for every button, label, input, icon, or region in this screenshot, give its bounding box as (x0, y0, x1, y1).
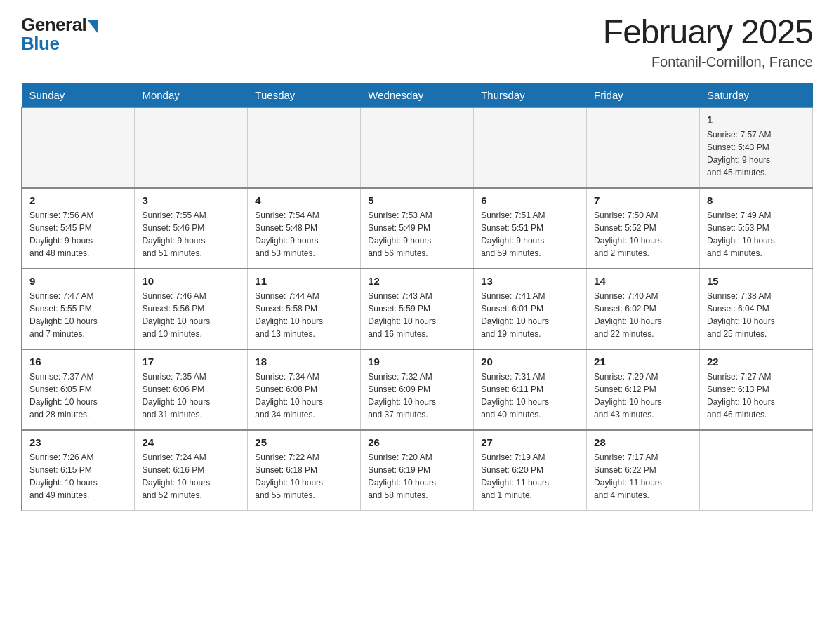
calendar-cell: 7Sunrise: 7:50 AM Sunset: 5:52 PM Daylig… (587, 188, 700, 269)
calendar-body: 1Sunrise: 7:57 AM Sunset: 5:43 PM Daylig… (22, 107, 813, 511)
calendar-cell: 27Sunrise: 7:19 AM Sunset: 6:20 PM Dayli… (474, 430, 587, 511)
calendar-cell: 16Sunrise: 7:37 AM Sunset: 6:05 PM Dayli… (22, 349, 135, 430)
col-header-tuesday: Tuesday (248, 83, 361, 107)
day-info: Sunrise: 7:44 AM Sunset: 5:58 PM Dayligh… (255, 290, 353, 340)
calendar-cell: 23Sunrise: 7:26 AM Sunset: 6:15 PM Dayli… (22, 430, 135, 511)
day-number: 19 (368, 356, 466, 368)
day-number: 7 (594, 194, 692, 206)
col-header-monday: Monday (135, 83, 248, 107)
day-number: 17 (142, 356, 240, 368)
day-number: 23 (29, 436, 127, 448)
day-number: 27 (481, 436, 579, 448)
calendar-cell: 26Sunrise: 7:20 AM Sunset: 6:19 PM Dayli… (361, 430, 474, 511)
header-right: February 2025 Fontanil-Cornillon, France (603, 14, 813, 70)
calendar-cell: 12Sunrise: 7:43 AM Sunset: 5:59 PM Dayli… (361, 269, 474, 349)
calendar-cell: 20Sunrise: 7:31 AM Sunset: 6:11 PM Dayli… (474, 349, 587, 430)
calendar-cell: 24Sunrise: 7:24 AM Sunset: 6:16 PM Dayli… (135, 430, 248, 511)
col-header-friday: Friday (587, 83, 700, 107)
calendar-cell: 9Sunrise: 7:47 AM Sunset: 5:55 PM Daylig… (22, 269, 135, 349)
day-number: 3 (142, 194, 240, 206)
day-number: 12 (368, 275, 466, 287)
day-info: Sunrise: 7:56 AM Sunset: 5:45 PM Dayligh… (29, 209, 127, 260)
day-info: Sunrise: 7:53 AM Sunset: 5:49 PM Dayligh… (368, 209, 466, 260)
calendar-cell: 15Sunrise: 7:38 AM Sunset: 6:04 PM Dayli… (700, 269, 813, 349)
calendar-cell: 5Sunrise: 7:53 AM Sunset: 5:49 PM Daylig… (361, 188, 474, 269)
day-number: 25 (255, 436, 353, 448)
day-info: Sunrise: 7:24 AM Sunset: 6:16 PM Dayligh… (142, 451, 240, 502)
calendar-cell: 14Sunrise: 7:40 AM Sunset: 6:02 PM Dayli… (587, 269, 700, 349)
day-number: 13 (481, 275, 579, 287)
day-info: Sunrise: 7:27 AM Sunset: 6:13 PM Dayligh… (707, 370, 805, 421)
day-number: 8 (707, 194, 805, 206)
day-info: Sunrise: 7:57 AM Sunset: 5:43 PM Dayligh… (707, 128, 805, 179)
calendar-cell: 10Sunrise: 7:46 AM Sunset: 5:56 PM Dayli… (135, 269, 248, 349)
calendar-cell: 17Sunrise: 7:35 AM Sunset: 6:06 PM Dayli… (135, 349, 248, 430)
calendar-cell (474, 107, 587, 188)
calendar-cell: 6Sunrise: 7:51 AM Sunset: 5:51 PM Daylig… (474, 188, 587, 269)
day-number: 4 (255, 194, 353, 206)
day-info: Sunrise: 7:17 AM Sunset: 6:22 PM Dayligh… (594, 451, 692, 502)
day-info: Sunrise: 7:32 AM Sunset: 6:09 PM Dayligh… (368, 370, 466, 421)
calendar-cell: 13Sunrise: 7:41 AM Sunset: 6:01 PM Dayli… (474, 269, 587, 349)
day-number: 14 (594, 275, 692, 287)
header-row: SundayMondayTuesdayWednesdayThursdayFrid… (22, 83, 813, 107)
calendar-cell (361, 107, 474, 188)
day-number: 11 (255, 275, 353, 287)
calendar-table: SundayMondayTuesdayWednesdayThursdayFrid… (21, 83, 813, 511)
logo-arrow-icon (88, 20, 98, 33)
location: Fontanil-Cornillon, France (603, 54, 813, 70)
calendar-week-row: 23Sunrise: 7:26 AM Sunset: 6:15 PM Dayli… (22, 430, 813, 511)
calendar-cell (135, 107, 248, 188)
col-header-sunday: Sunday (22, 83, 135, 107)
calendar-week-row: 16Sunrise: 7:37 AM Sunset: 6:05 PM Dayli… (22, 349, 813, 430)
day-info: Sunrise: 7:22 AM Sunset: 6:18 PM Dayligh… (255, 451, 353, 502)
month-title: February 2025 (603, 14, 813, 51)
col-header-saturday: Saturday (700, 83, 813, 107)
calendar-cell: 19Sunrise: 7:32 AM Sunset: 6:09 PM Dayli… (361, 349, 474, 430)
day-info: Sunrise: 7:31 AM Sunset: 6:11 PM Dayligh… (481, 370, 579, 421)
day-number: 22 (707, 356, 805, 368)
day-info: Sunrise: 7:26 AM Sunset: 6:15 PM Dayligh… (29, 451, 127, 502)
day-info: Sunrise: 7:41 AM Sunset: 6:01 PM Dayligh… (481, 290, 579, 340)
page-header: General Blue February 2025 Fontanil-Corn… (21, 14, 813, 70)
calendar-cell: 3Sunrise: 7:55 AM Sunset: 5:46 PM Daylig… (135, 188, 248, 269)
day-info: Sunrise: 7:43 AM Sunset: 5:59 PM Dayligh… (368, 290, 466, 340)
day-info: Sunrise: 7:50 AM Sunset: 5:52 PM Dayligh… (594, 209, 692, 260)
day-info: Sunrise: 7:34 AM Sunset: 6:08 PM Dayligh… (255, 370, 353, 421)
day-info: Sunrise: 7:20 AM Sunset: 6:19 PM Dayligh… (368, 451, 466, 502)
calendar-cell: 25Sunrise: 7:22 AM Sunset: 6:18 PM Dayli… (248, 430, 361, 511)
day-info: Sunrise: 7:37 AM Sunset: 6:05 PM Dayligh… (29, 370, 127, 421)
calendar-cell (700, 430, 813, 511)
day-number: 5 (368, 194, 466, 206)
calendar-cell: 2Sunrise: 7:56 AM Sunset: 5:45 PM Daylig… (22, 188, 135, 269)
col-header-wednesday: Wednesday (361, 83, 474, 107)
calendar-cell: 28Sunrise: 7:17 AM Sunset: 6:22 PM Dayli… (587, 430, 700, 511)
day-info: Sunrise: 7:29 AM Sunset: 6:12 PM Dayligh… (594, 370, 692, 421)
day-number: 9 (29, 275, 127, 287)
calendar-cell (22, 107, 135, 188)
calendar-week-row: 1Sunrise: 7:57 AM Sunset: 5:43 PM Daylig… (22, 107, 813, 188)
calendar-cell: 21Sunrise: 7:29 AM Sunset: 6:12 PM Dayli… (587, 349, 700, 430)
calendar-cell: 11Sunrise: 7:44 AM Sunset: 5:58 PM Dayli… (248, 269, 361, 349)
day-number: 20 (481, 356, 579, 368)
calendar-cell: 1Sunrise: 7:57 AM Sunset: 5:43 PM Daylig… (700, 107, 813, 188)
calendar-cell (248, 107, 361, 188)
calendar-cell: 18Sunrise: 7:34 AM Sunset: 6:08 PM Dayli… (248, 349, 361, 430)
day-info: Sunrise: 7:47 AM Sunset: 5:55 PM Dayligh… (29, 290, 127, 340)
day-number: 2 (29, 194, 127, 206)
day-info: Sunrise: 7:40 AM Sunset: 6:02 PM Dayligh… (594, 290, 692, 340)
calendar-cell: 4Sunrise: 7:54 AM Sunset: 5:48 PM Daylig… (248, 188, 361, 269)
day-info: Sunrise: 7:19 AM Sunset: 6:20 PM Dayligh… (481, 451, 579, 502)
day-number: 18 (255, 356, 353, 368)
col-header-thursday: Thursday (474, 83, 587, 107)
day-info: Sunrise: 7:51 AM Sunset: 5:51 PM Dayligh… (481, 209, 579, 260)
day-number: 26 (368, 436, 466, 448)
day-info: Sunrise: 7:38 AM Sunset: 6:04 PM Dayligh… (707, 290, 805, 340)
calendar-cell: 8Sunrise: 7:49 AM Sunset: 5:53 PM Daylig… (700, 188, 813, 269)
day-info: Sunrise: 7:55 AM Sunset: 5:46 PM Dayligh… (142, 209, 240, 260)
day-number: 28 (594, 436, 692, 448)
calendar-header: SundayMondayTuesdayWednesdayThursdayFrid… (22, 83, 813, 107)
logo-blue-text: Blue (21, 33, 59, 55)
calendar-cell: 22Sunrise: 7:27 AM Sunset: 6:13 PM Dayli… (700, 349, 813, 430)
day-info: Sunrise: 7:46 AM Sunset: 5:56 PM Dayligh… (142, 290, 240, 340)
